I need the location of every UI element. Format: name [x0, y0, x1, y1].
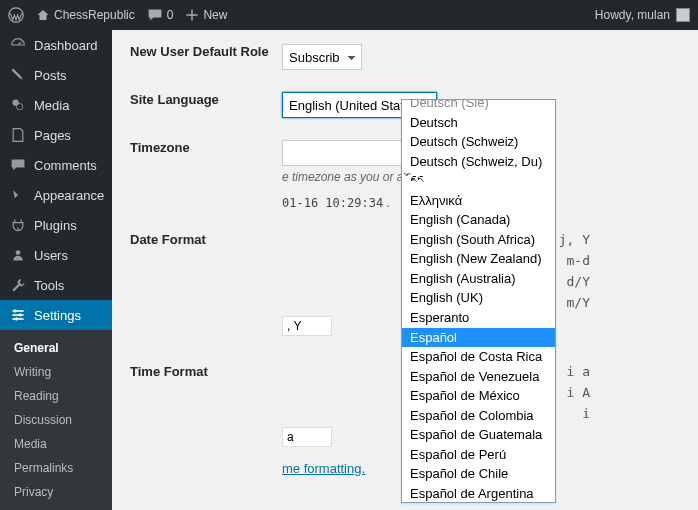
- admin-sidebar: Dashboard Posts Media Pages Comments App…: [0, 30, 112, 510]
- language-option[interactable]: Deutsch (Schweiz, Du): [402, 152, 555, 172]
- language-option[interactable]: Español: [402, 328, 555, 348]
- date-format-label: Date Format: [130, 232, 282, 247]
- sidebar-label: Dashboard: [34, 38, 98, 53]
- pages-icon: [10, 127, 26, 143]
- language-option[interactable]: Español de México: [402, 386, 555, 406]
- submenu-writing[interactable]: Writing: [0, 360, 112, 384]
- site-name: ChessRepublic: [54, 8, 135, 22]
- account-link[interactable]: Howdy, mulan: [595, 8, 690, 22]
- sidebar-item-dashboard[interactable]: Dashboard: [0, 30, 112, 60]
- svg-rect-8: [20, 313, 22, 316]
- users-icon: [10, 247, 26, 263]
- time-custom-input[interactable]: [282, 427, 332, 447]
- media-icon: [10, 97, 26, 113]
- settings-submenu: General Writing Reading Discussion Media…: [0, 330, 112, 510]
- sidebar-item-plugins[interactable]: Plugins: [0, 210, 112, 240]
- submenu-privacy[interactable]: Privacy: [0, 480, 112, 504]
- svg-point-1: [12, 99, 18, 105]
- language-option[interactable]: English (South Africa): [402, 230, 555, 250]
- sidebar-item-appearance[interactable]: Appearance: [0, 180, 112, 210]
- wp-logo[interactable]: [8, 7, 24, 23]
- sidebar-label: Appearance: [34, 188, 104, 203]
- language-option[interactable]: Español de Colombia: [402, 406, 555, 426]
- language-option[interactable]: Español de Argentina: [402, 484, 555, 503]
- sidebar-item-posts[interactable]: Posts: [0, 60, 112, 90]
- settings-icon: [10, 307, 26, 323]
- avatar-icon: [676, 8, 690, 22]
- sidebar-item-media[interactable]: Media: [0, 90, 112, 120]
- submenu-discussion[interactable]: Discussion: [0, 408, 112, 432]
- language-option[interactable]: Deutsch: [402, 113, 555, 133]
- comments-count: 0: [167, 8, 174, 22]
- language-option[interactable]: Español de Perú: [402, 445, 555, 465]
- svg-rect-7: [14, 309, 16, 312]
- content-area: New User Default Role Subscriber Site La…: [112, 30, 698, 510]
- sidebar-label: Users: [34, 248, 68, 263]
- language-option[interactable]: Español de Costa Rica: [402, 347, 555, 367]
- language-option[interactable]: English (Australia): [402, 269, 555, 289]
- language-dropdown[interactable]: Deutsch (Sie)DeutschDeutsch (Schweiz)Deu…: [401, 99, 556, 503]
- sidebar-label: Media: [34, 98, 69, 113]
- lang-label: Site Language: [130, 92, 282, 107]
- language-option[interactable]: Esperanto: [402, 308, 555, 328]
- sidebar-item-pages[interactable]: Pages: [0, 120, 112, 150]
- doc-formatting-link[interactable]: me formatting.: [282, 461, 365, 476]
- sidebar-label: Posts: [34, 68, 67, 83]
- language-option[interactable]: Deutsch (Sie): [402, 99, 555, 113]
- sidebar-label: Tools: [34, 278, 64, 293]
- svg-point-3: [16, 250, 21, 255]
- language-option[interactable]: Español de Guatemala: [402, 425, 555, 445]
- submenu-general[interactable]: General: [0, 336, 112, 360]
- language-option[interactable]: Español de Chile: [402, 464, 555, 484]
- submenu-permalinks[interactable]: Permalinks: [0, 456, 112, 480]
- svg-rect-5: [12, 314, 23, 316]
- plugins-icon: [10, 217, 26, 233]
- admin-toolbar: ChessRepublic 0 New Howdy, mulan: [0, 0, 698, 30]
- sidebar-item-comments[interactable]: Comments: [0, 150, 112, 180]
- site-link[interactable]: ChessRepublic: [36, 8, 135, 22]
- submenu-reading[interactable]: Reading: [0, 384, 112, 408]
- comments-icon: [10, 157, 26, 173]
- role-select[interactable]: Subscriber: [282, 44, 362, 70]
- sidebar-label: Comments: [34, 158, 97, 173]
- svg-point-2: [16, 103, 22, 109]
- svg-rect-6: [12, 318, 23, 320]
- appearance-icon: [10, 187, 26, 203]
- posts-icon: [10, 67, 26, 83]
- role-label: New User Default Role: [130, 44, 282, 59]
- sidebar-item-settings[interactable]: Settings: [0, 300, 112, 330]
- submenu-media[interactable]: Media: [0, 432, 112, 456]
- language-option[interactable]: Ελληνικά: [402, 191, 555, 211]
- language-option[interactable]: Español de Venezuela: [402, 367, 555, 387]
- time-format-label: Time Format: [130, 364, 282, 379]
- sidebar-item-tools[interactable]: Tools: [0, 270, 112, 300]
- tz-label: Timezone: [130, 140, 282, 155]
- language-option[interactable]: English (Canada): [402, 210, 555, 230]
- comments-link[interactable]: 0: [147, 7, 174, 23]
- sidebar-label: Plugins: [34, 218, 77, 233]
- dashboard-icon: [10, 37, 26, 53]
- sidebar-label: Pages: [34, 128, 71, 143]
- date-custom-input[interactable]: [282, 316, 332, 336]
- language-option[interactable]: ཇོང: [402, 171, 555, 191]
- new-label: New: [203, 8, 227, 22]
- language-option[interactable]: English (New Zealand): [402, 249, 555, 269]
- sidebar-label: Settings: [34, 308, 81, 323]
- language-option[interactable]: Deutsch (Schweiz): [402, 132, 555, 152]
- language-option[interactable]: English (UK): [402, 288, 555, 308]
- howdy-text: Howdy, mulan: [595, 8, 670, 22]
- sidebar-item-users[interactable]: Users: [0, 240, 112, 270]
- svg-rect-9: [16, 317, 18, 320]
- new-link[interactable]: New: [185, 8, 227, 22]
- tools-icon: [10, 277, 26, 293]
